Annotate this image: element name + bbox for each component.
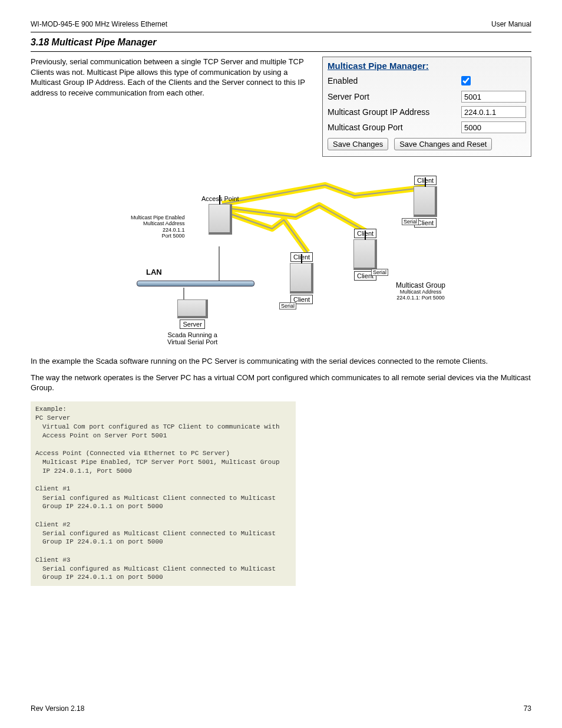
client-1-device: Client Client	[290, 252, 313, 304]
lan-label: LAN	[146, 268, 162, 276]
access-point-caption: Multicast Pipe Enabled Multicast Address…	[131, 215, 185, 239]
note-1: In the example the Scada software runnin…	[31, 356, 531, 367]
cfg-enabled-label: Enabled	[328, 76, 459, 85]
cfg-row-enabled: Enabled	[328, 74, 526, 87]
ex-line: Client #2	[35, 521, 291, 529]
cfg-row-group-port: Multicast Group Port	[328, 121, 526, 133]
access-point-device: Access Point	[201, 196, 239, 235]
multicast-group-caption: Multicast Group Multicast Address 224.0.…	[396, 282, 445, 301]
footer-right: 73	[524, 704, 531, 713]
header-right: User Manual	[491, 20, 531, 28]
multicast-pipe-manager-panel: Multicast Pipe Manager: Enabled Server P…	[322, 57, 531, 157]
cfg-server-port-input[interactable]	[461, 91, 526, 103]
network-diagram: Access Point Multicast Pipe Enabled Mult…	[107, 164, 484, 353]
cfg-title: Multicast Pipe Manager:	[328, 61, 526, 71]
client-3-serial: Serial	[402, 218, 419, 225]
cfg-group-port-label: Multicast Group Port	[328, 123, 461, 132]
ex-line: Client #3	[35, 556, 291, 564]
cfg-row-group-ip: Multicast Groupt IP Address	[328, 106, 526, 118]
ex-line: Access Point (Connected via Ethernet to …	[35, 449, 291, 457]
ex-line: Serial configured as Multicast Client co…	[35, 529, 291, 546]
example-block: Example: PC Server Virtual Com port conf…	[31, 401, 296, 586]
header-left: WI-MOD-945-E 900 MHz Wireless Ethernet	[31, 20, 167, 28]
ex-line: PC Server	[35, 414, 291, 422]
section-title: 3.18 Multicast Pipe Manager	[31, 37, 531, 52]
intro-paragraph: Previously, serial communication between…	[31, 57, 313, 98]
client-1-serial: Serial	[279, 302, 296, 309]
page-footer: Rev Version 2.18 73	[31, 704, 531, 713]
ex-line: Multicast Pipe Enabled, TCP Server Port …	[35, 458, 291, 475]
save-changes-reset-button[interactable]: Save Changes and Reset	[394, 138, 492, 150]
cfg-enabled-checkbox[interactable]	[461, 76, 471, 85]
client-2-serial: Serial	[371, 269, 388, 276]
cfg-server-port-label: Server Port	[328, 92, 461, 101]
lan-bar	[137, 281, 254, 286]
cfg-row-server-port: Server Port	[328, 91, 526, 103]
save-changes-button[interactable]: Save Changes	[328, 138, 388, 150]
ex-line: Serial configured as Multicast Client co…	[35, 494, 291, 511]
cfg-group-ip-input[interactable]	[461, 106, 526, 118]
ex-line: Client #1	[35, 485, 291, 493]
server-device: Server Scada Running a Virtual Serial Po…	[167, 299, 217, 345]
note-2: The way the network operates is the Serv…	[31, 373, 531, 393]
server-caption: Scada Running a Virtual Serial Port	[167, 331, 217, 345]
cfg-group-ip-label: Multicast Groupt IP Address	[328, 107, 461, 117]
ex-line: Serial configured as Multicast Client co…	[35, 565, 291, 582]
cfg-group-port-input[interactable]	[461, 121, 526, 133]
page-header: WI-MOD-945-E 900 MHz Wireless Ethernet U…	[31, 20, 531, 32]
ex-line: Example:	[35, 405, 291, 413]
server-label: Server	[180, 319, 204, 329]
ex-line: Virtual Com port configured as TCP Clien…	[35, 423, 291, 440]
footer-left: Rev Version 2.18	[31, 704, 84, 713]
